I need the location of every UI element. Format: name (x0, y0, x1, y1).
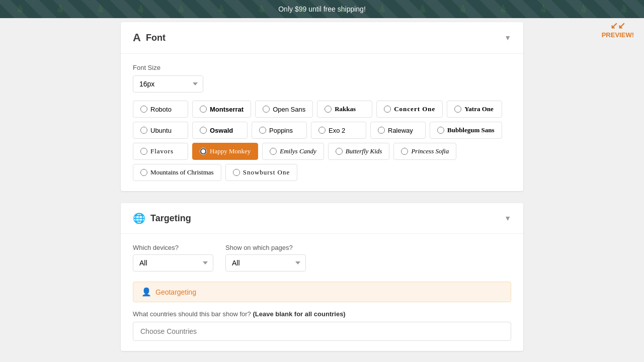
font-option-princesssofia[interactable]: Princess Sofia (393, 143, 456, 160)
targeting-title-text: Targeting (150, 213, 191, 224)
font-label-bubblegumsans: Bubblegum Sans (447, 126, 495, 134)
font-radio-bubblegumsans[interactable] (437, 127, 444, 134)
globe-icon: 🌐 (133, 212, 145, 224)
font-label-montserrat: Montserrat (210, 106, 244, 113)
geotargeting-icon: 👤 (141, 287, 151, 297)
font-option-butterflykids[interactable]: Butterfly Kids (328, 143, 390, 160)
geotargeting-bar[interactable]: 👤 Geotargeting (133, 282, 511, 302)
targeting-section: 🌐 Targeting ▼ Which devices? All Desktop… (121, 203, 523, 351)
font-label-concertone: Concert One (394, 105, 435, 113)
font-option-mountainsofchristmas[interactable]: Mountains of Christmas (133, 164, 221, 181)
font-option-emilycandy[interactable]: Emilys Candy (262, 143, 324, 160)
font-chevron: ▼ (504, 34, 511, 42)
font-radio-ubuntu[interactable] (140, 127, 147, 134)
font-option-snowburstone[interactable]: Snowburst One (225, 164, 298, 181)
font-radio-flavors[interactable] (140, 148, 147, 155)
countries-input[interactable] (133, 322, 511, 341)
font-label-mountainsofchristmas: Mountains of Christmas (150, 168, 214, 176)
targeting-chevron: ▼ (504, 214, 511, 222)
countries-label: What countries should this bar show for?… (133, 310, 511, 318)
font-section-title: A Font (133, 31, 166, 44)
font-label-happymonkey: Happy Monkey (210, 147, 251, 155)
font-label-rakkas: Rakkas (335, 105, 356, 113)
font-label-princesssofia: Princess Sofia (411, 147, 449, 155)
preview-arrow: ↙↙ (602, 20, 634, 31)
font-label-yatraone: Yatra One (464, 105, 493, 113)
font-radio-roboto[interactable] (140, 106, 147, 113)
font-label-exo2: Exo 2 (329, 127, 345, 134)
font-radio-emilycandy[interactable] (270, 148, 277, 155)
pages-select[interactable]: All Home Product Cart Checkout (225, 254, 306, 272)
font-icon: A (133, 31, 141, 44)
font-option-opensans[interactable]: Open Sans (255, 101, 313, 118)
font-label-snowburstone: Snowburst One (243, 168, 290, 176)
font-title-text: Font (146, 33, 166, 43)
font-radio-yatraone[interactable] (454, 106, 461, 113)
font-option-montserrat[interactable]: Montserrat (192, 101, 251, 118)
font-size-label: Font Size (133, 64, 511, 71)
preview-label: PREVIEW! (602, 31, 634, 39)
targeting-section-body: Which devices? All Desktop Mobile Tablet… (121, 234, 523, 351)
font-radio-concertone[interactable] (384, 106, 391, 113)
font-radio-butterflykids[interactable] (336, 148, 343, 155)
font-option-rakkas[interactable]: Rakkas (317, 101, 372, 118)
font-section-header[interactable]: A Font ▼ (121, 22, 523, 54)
font-radio-princesssofia[interactable] (401, 148, 408, 155)
font-radio-exo2[interactable] (318, 127, 326, 134)
font-label-butterflykids: Butterfly Kids (346, 147, 382, 155)
font-option-poppins[interactable]: Poppins (252, 122, 307, 139)
font-radio-opensans[interactable] (263, 106, 270, 113)
devices-label: Which devices? (133, 244, 213, 251)
font-option-exo2[interactable]: Exo 2 (311, 122, 366, 139)
font-label-oswald: Oswald (210, 127, 233, 134)
font-option-roboto[interactable]: Roboto (133, 101, 188, 118)
font-radio-rakkas[interactable] (325, 106, 332, 113)
font-label-poppins: Poppins (269, 127, 293, 134)
pages-label: Show on which pages? (225, 244, 306, 251)
preview-button[interactable]: ↙↙ PREVIEW! (602, 20, 634, 39)
font-radio-montserrat[interactable] (200, 106, 207, 113)
top-banner: 🎄🎄🎄🎄 🎄🎄🎄🎄 🎄🎄🎄🎄 🎄🎄🎄🎄 Only $99 until free … (0, 0, 644, 18)
geotargeting-label: Geotargeting (155, 288, 196, 296)
font-option-yatraone[interactable]: Yatra One (447, 101, 502, 118)
font-radio-raleway[interactable] (378, 127, 385, 134)
font-label-raleway: Raleway (388, 127, 413, 134)
font-option-oswald[interactable]: Oswald (192, 122, 248, 139)
font-option-flavors[interactable]: Flavors (133, 143, 188, 160)
font-label-opensans: Open Sans (273, 106, 305, 113)
font-option-concertone[interactable]: Concert One (376, 101, 443, 118)
font-radio-poppins[interactable] (259, 127, 266, 134)
font-radio-snowburstone[interactable] (233, 169, 240, 176)
font-section-body: Font Size 16px 12px 14px 18px 20px 24px … (121, 54, 523, 191)
font-option-bubblegumsans[interactable]: Bubblegum Sans (430, 122, 502, 139)
font-label-roboto: Roboto (150, 106, 172, 113)
font-grid: RobotoMontserratOpen SansRakkasConcert O… (133, 101, 511, 181)
font-size-select[interactable]: 16px 12px 14px 18px 20px 24px (133, 75, 203, 93)
font-radio-mountainsofchristmas[interactable] (140, 169, 147, 176)
font-radio-happymonkey[interactable] (200, 148, 207, 155)
pages-field: Show on which pages? All Home Product Ca… (225, 244, 306, 272)
font-label-ubuntu: Ubuntu (150, 127, 172, 134)
font-radio-oswald[interactable] (200, 127, 207, 134)
devices-row: Which devices? All Desktop Mobile Tablet… (133, 244, 511, 272)
targeting-section-title: 🌐 Targeting (133, 212, 191, 224)
devices-field: Which devices? All Desktop Mobile Tablet (133, 244, 213, 272)
banner-text: Only $99 until free shipping! (278, 5, 366, 13)
targeting-section-header[interactable]: 🌐 Targeting ▼ (121, 203, 523, 234)
devices-select[interactable]: All Desktop Mobile Tablet (133, 254, 213, 272)
font-option-raleway[interactable]: Raleway (370, 122, 426, 139)
font-option-happymonkey[interactable]: Happy Monkey (192, 143, 258, 160)
font-section: A Font ▼ Font Size 16px 12px 14px 18px 2… (121, 22, 523, 191)
countries-bold: (Leave blank for all countries) (253, 310, 345, 318)
font-label-emilycandy: Emilys Candy (280, 147, 316, 155)
font-label-flavors: Flavors (150, 147, 174, 155)
font-option-ubuntu[interactable]: Ubuntu (133, 122, 188, 139)
